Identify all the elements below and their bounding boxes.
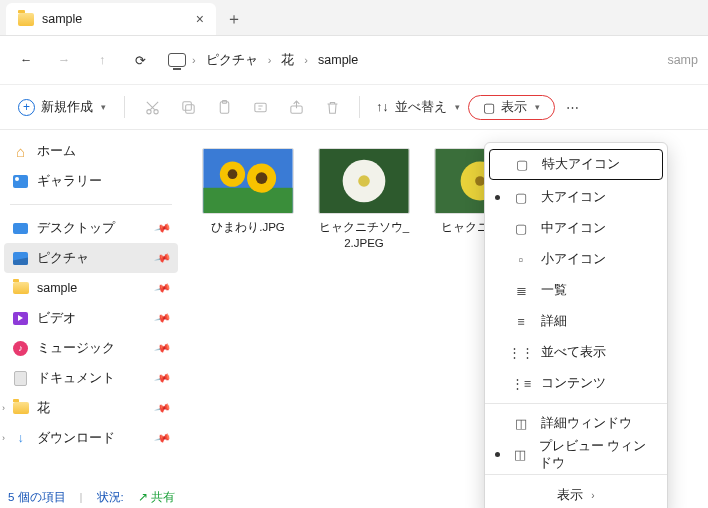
sidebar-item-label: ダウンロード bbox=[37, 430, 115, 447]
thumbnail bbox=[318, 148, 410, 214]
sidebar-item-label: ピクチャ bbox=[37, 250, 89, 267]
checked-dot-icon bbox=[495, 452, 500, 457]
address-bar: ← → ↑ ⟳ › ピクチャ › 花 › sample samp bbox=[0, 36, 708, 84]
sidebar-item-label: ミュージック bbox=[37, 340, 115, 357]
sidebar-label: ホーム bbox=[37, 143, 76, 160]
chevron-right-icon: › bbox=[2, 403, 5, 413]
home-icon: ⌂ bbox=[12, 143, 29, 160]
sidebar-gallery[interactable]: ギャラリー bbox=[4, 166, 178, 196]
view-menu-item-0[interactable]: ▢特大アイコン bbox=[489, 149, 663, 180]
file-name: ヒャクニチソウ_2.JPEG bbox=[316, 220, 412, 251]
more-button[interactable]: ⋯ bbox=[557, 100, 591, 115]
rename-button[interactable] bbox=[243, 91, 277, 123]
share-button[interactable] bbox=[279, 91, 313, 123]
chevron-right-icon: › bbox=[190, 54, 198, 66]
pin-icon: 📌 bbox=[154, 249, 173, 267]
view-menu-item-1[interactable]: ▢大アイコン bbox=[485, 182, 667, 213]
back-button[interactable]: ← bbox=[10, 44, 42, 76]
chevron-right-icon: › bbox=[591, 490, 594, 501]
forward-button[interactable]: → bbox=[48, 44, 80, 76]
view-menu-item-3[interactable]: ▫小アイコン bbox=[485, 244, 667, 275]
tab-sample[interactable]: sample × bbox=[6, 3, 216, 35]
thumbnail bbox=[202, 148, 294, 214]
svg-point-13 bbox=[256, 172, 268, 184]
menu-item-icon: ▢ bbox=[513, 221, 529, 236]
sidebar-item-label: 花 bbox=[37, 400, 50, 417]
pict-icon bbox=[13, 252, 28, 265]
separator bbox=[124, 96, 125, 118]
delete-button[interactable] bbox=[315, 91, 349, 123]
refresh-button[interactable]: ⟳ bbox=[124, 44, 156, 76]
pin-icon: 📌 bbox=[154, 279, 173, 297]
video-icon bbox=[13, 312, 28, 325]
menu-item-label: 並べて表示 bbox=[541, 344, 606, 361]
new-tab-button[interactable]: ＋ bbox=[216, 3, 252, 35]
chevron-down-icon: ▾ bbox=[455, 102, 460, 112]
breadcrumb[interactable]: › ピクチャ › 花 › sample bbox=[168, 48, 362, 73]
plus-circle-icon: + bbox=[18, 99, 35, 116]
svg-point-0 bbox=[146, 109, 150, 113]
chevron-right-icon: › bbox=[2, 433, 5, 443]
sidebar-item-0[interactable]: デスクトップ📌 bbox=[4, 213, 178, 243]
doc-icon bbox=[14, 371, 27, 386]
new-button[interactable]: + 新規作成 ▾ bbox=[10, 95, 114, 120]
sidebar-item-5[interactable]: ドキュメント📌 bbox=[4, 363, 178, 393]
paste-button[interactable] bbox=[207, 91, 241, 123]
copy-button[interactable] bbox=[171, 91, 205, 123]
view-menu-item-6[interactable]: ⋮⋮並べて表示 bbox=[485, 337, 667, 368]
view-menu-footer[interactable]: 表示 › bbox=[485, 479, 667, 508]
sidebar-home[interactable]: ⌂ ホーム bbox=[4, 136, 178, 166]
pin-icon: 📌 bbox=[154, 309, 173, 327]
dl-icon: ↓ bbox=[13, 431, 28, 446]
sidebar-item-7[interactable]: ›↓ダウンロード📌 bbox=[4, 423, 178, 453]
separator bbox=[485, 403, 667, 404]
share-label: 共有 bbox=[151, 490, 175, 505]
menu-item-icon: ◫ bbox=[513, 416, 529, 431]
cut-button[interactable] bbox=[135, 91, 169, 123]
sidebar-item-3[interactable]: ビデオ📌 bbox=[4, 303, 178, 333]
crumb-2[interactable]: sample bbox=[314, 49, 362, 71]
pin-icon: 📌 bbox=[154, 369, 173, 387]
sidebar-item-4[interactable]: ♪ミュージック📌 bbox=[4, 333, 178, 363]
sort-icon: ↑↓ bbox=[376, 100, 389, 114]
view-menu-item-5[interactable]: ≡詳細 bbox=[485, 306, 667, 337]
menu-item-icon: ⋮⋮ bbox=[513, 345, 529, 360]
search-input[interactable]: samp bbox=[667, 53, 698, 67]
separator bbox=[10, 204, 172, 205]
crumb-0[interactable]: ピクチャ bbox=[202, 48, 262, 73]
sidebar-item-label: sample bbox=[37, 281, 77, 295]
chevron-right-icon: › bbox=[302, 54, 310, 66]
sidebar-item-label: ビデオ bbox=[37, 310, 76, 327]
gallery-icon bbox=[13, 175, 28, 188]
view-menu-item-4[interactable]: ≣一覧 bbox=[485, 275, 667, 306]
sidebar-label: ギャラリー bbox=[37, 173, 102, 190]
menu-item-label: 大アイコン bbox=[541, 189, 606, 206]
view-menu-extra-1[interactable]: ◫プレビュー ウィンドウ bbox=[485, 439, 667, 470]
sort-button[interactable]: ↑↓ 並べ替え ▾ bbox=[370, 95, 466, 120]
status-state-label: 状況: bbox=[97, 490, 124, 505]
view-menu-item-2[interactable]: ▢中アイコン bbox=[485, 213, 667, 244]
sidebar-item-1[interactable]: ピクチャ📌 bbox=[4, 243, 178, 273]
view-menu-item-7[interactable]: ⋮≡コンテンツ bbox=[485, 368, 667, 399]
view-label: 表示 bbox=[501, 99, 527, 116]
menu-item-icon: ▢ bbox=[513, 190, 529, 205]
view-menu-extra-0[interactable]: ◫詳細ウィンドウ bbox=[485, 408, 667, 439]
folder-icon bbox=[13, 402, 29, 414]
menu-item-icon: ≣ bbox=[513, 283, 529, 298]
sidebar-item-6[interactable]: ›花📌 bbox=[4, 393, 178, 423]
menu-item-label: 詳細 bbox=[541, 313, 567, 330]
file-item-1[interactable]: ヒャクニチソウ_2.JPEG bbox=[316, 148, 412, 251]
tab-title: sample bbox=[42, 12, 82, 26]
svg-rect-6 bbox=[254, 103, 265, 112]
chevron-down-icon: ▾ bbox=[101, 102, 106, 112]
crumb-1[interactable]: 花 bbox=[277, 48, 298, 73]
view-button[interactable]: ▢ 表示 ▾ bbox=[468, 95, 555, 120]
chevron-down-icon: ▾ bbox=[535, 102, 540, 112]
sidebar-item-2[interactable]: sample📌 bbox=[4, 273, 178, 303]
up-button[interactable]: ↑ bbox=[86, 44, 118, 76]
svg-point-16 bbox=[358, 175, 370, 187]
item-count: 5 個の項目 bbox=[8, 490, 66, 505]
file-item-0[interactable]: ひまわり.JPG bbox=[200, 148, 296, 251]
desktop-icon bbox=[13, 223, 28, 234]
close-icon[interactable]: × bbox=[196, 11, 204, 27]
